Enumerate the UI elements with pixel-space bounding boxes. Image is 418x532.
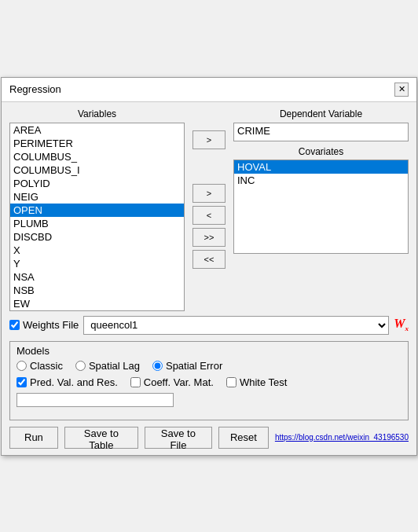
dependent-label: Dependent Variable <box>233 108 409 119</box>
spatial-lag-radio-label[interactable]: Spatial Lag <box>75 360 140 372</box>
spatial-lag-radio-text: Spatial Lag <box>89 360 140 372</box>
covariate-item-hoval[interactable]: HOVAL <box>234 160 408 174</box>
reset-button[interactable]: Reset <box>218 427 269 449</box>
list-item[interactable]: AREA <box>10 123 184 137</box>
list-item[interactable]: NEIG <box>10 190 184 204</box>
dependent-variable-value: CRIME <box>233 123 409 141</box>
models-group: Models Classic Spatial Lag Spatial Error <box>9 341 409 420</box>
pred-val-checkbox[interactable] <box>16 377 27 387</box>
pred-val-checkbox-label[interactable]: Pred. Val. and Res. <box>16 376 118 388</box>
save-to-file-button[interactable]: Save to File <box>145 427 212 449</box>
all-from-covariate-button[interactable]: << <box>192 250 226 269</box>
pred-val-label: Pred. Val. and Res. <box>30 376 118 388</box>
save-to-table-button[interactable]: Save to Table <box>64 427 138 449</box>
all-to-covariate-button[interactable]: >> <box>192 228 226 247</box>
weights-file-checkbox[interactable] <box>9 320 20 330</box>
spatial-error-radio-text: Spatial Error <box>166 360 222 372</box>
variables-label: Variables <box>9 108 185 119</box>
covariate-item-inc[interactable]: INC <box>234 174 408 187</box>
coeff-var-checkbox[interactable] <box>130 377 141 387</box>
variables-listbox[interactable]: AREA PERIMETER COLUMBUS_ COLUMBUS_I POLY… <box>9 123 185 311</box>
white-test-checkbox[interactable] <box>226 377 236 387</box>
list-item[interactable]: EW <box>10 297 184 310</box>
from-covariate-button[interactable]: < <box>192 206 226 225</box>
variables-panel: Variables AREA PERIMETER COLUMBUS_ COLUM… <box>9 108 185 311</box>
spatial-error-radio[interactable] <box>152 361 163 371</box>
close-button[interactable]: ✕ <box>394 83 409 97</box>
classic-radio-label[interactable]: Classic <box>16 360 63 372</box>
classic-radio[interactable] <box>16 361 27 371</box>
white-test-checkbox-label[interactable]: White Test <box>226 376 287 388</box>
footer-link[interactable]: https://blog.csdn.net/weixin_43196530 <box>275 433 409 442</box>
close-icon: ✕ <box>398 84 405 94</box>
main-content: Variables AREA PERIMETER COLUMBUS_ COLUM… <box>2 102 416 455</box>
list-item[interactable]: NSA <box>10 270 184 284</box>
spatial-lag-radio[interactable] <box>75 361 86 371</box>
progress-bar <box>16 393 174 407</box>
weights-row: Weights File queencol1 Wx <box>9 316 409 335</box>
variables-section: Variables AREA PERIMETER COLUMBUS_ COLUM… <box>9 108 409 311</box>
run-button[interactable]: Run <box>9 427 58 449</box>
wx-icon: Wx <box>394 317 409 332</box>
bottom-buttons: Run Save to Table Save to File Reset htt… <box>9 427 409 449</box>
right-panel: Dependent Variable CRIME Covariates HOVA… <box>233 108 409 311</box>
options-check-row: Pred. Val. and Res. Coeff. Var. Mat. Whi… <box>16 376 402 388</box>
arrow-buttons: > > < >> << <box>189 108 229 311</box>
covariates-label: Covariates <box>233 146 409 157</box>
to-dependent-button[interactable]: > <box>192 130 226 149</box>
list-item[interactable]: CP <box>10 310 184 311</box>
list-item[interactable]: NSB <box>10 284 184 297</box>
list-item[interactable]: X <box>10 244 184 257</box>
title-bar: Regression ✕ <box>2 78 416 102</box>
weights-file-label: Weights File <box>23 319 79 331</box>
list-item[interactable]: COLUMBUS_I <box>10 163 184 177</box>
list-item[interactable]: PLUMB <box>10 217 184 230</box>
regression-window: Regression ✕ Variables AREA PERIMETER CO… <box>1 77 417 456</box>
to-covariate-button[interactable]: > <box>192 184 226 203</box>
coeff-var-label: Coeff. Var. Mat. <box>144 376 214 388</box>
list-item-selected[interactable]: OPEN <box>10 204 184 217</box>
spatial-error-radio-label[interactable]: Spatial Error <box>152 360 222 372</box>
weights-file-select[interactable]: queencol1 <box>83 316 389 335</box>
white-test-label: White Test <box>240 376 287 388</box>
list-item[interactable]: COLUMBUS_ <box>10 150 184 163</box>
list-item[interactable]: DISCBD <box>10 230 184 244</box>
classic-radio-text: Classic <box>30 360 63 372</box>
coeff-var-checkbox-label[interactable]: Coeff. Var. Mat. <box>130 376 214 388</box>
window-title: Regression <box>9 83 61 95</box>
model-radio-row: Classic Spatial Lag Spatial Error <box>16 360 402 372</box>
list-item[interactable]: POLYID <box>10 177 184 190</box>
weights-file-checkbox-label[interactable]: Weights File <box>9 319 79 331</box>
list-item[interactable]: PERIMETER <box>10 137 184 150</box>
list-item[interactable]: Y <box>10 257 184 270</box>
models-title: Models <box>16 345 402 357</box>
covariates-listbox[interactable]: HOVAL INC <box>233 160 409 254</box>
